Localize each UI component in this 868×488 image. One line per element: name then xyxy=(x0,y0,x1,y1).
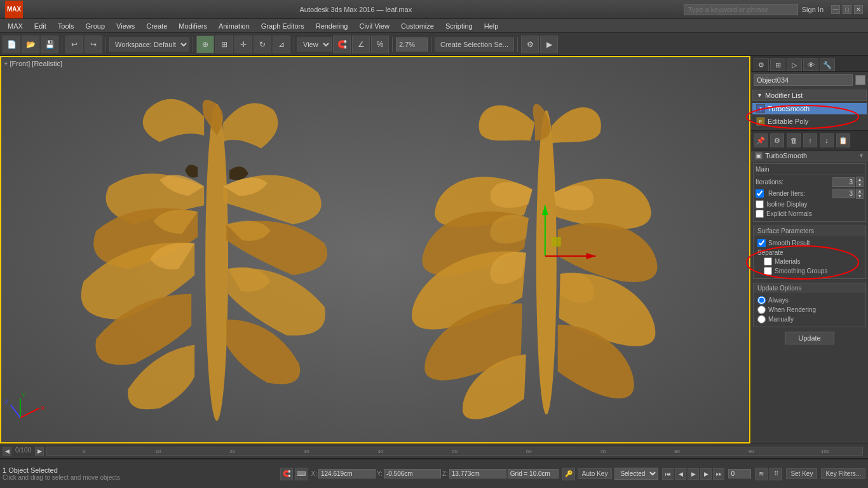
viewport[interactable]: + [Front] [Realistic] FRONT xyxy=(0,56,750,444)
remove-modifier-btn[interactable]: 🗑 xyxy=(787,133,801,147)
render-iters-down[interactable]: ▼ xyxy=(856,194,864,199)
render-btn[interactable]: ▶ xyxy=(540,36,558,53)
render-iters-spinner[interactable]: ▲ ▼ xyxy=(856,189,864,199)
menu-create[interactable]: Create xyxy=(141,21,172,31)
object-name-input[interactable] xyxy=(754,74,853,86)
tab-motion[interactable]: ▷ xyxy=(787,58,802,71)
menu-civil-view[interactable]: Civil View xyxy=(354,21,394,31)
mini-dope-btn[interactable]: ⠿ xyxy=(770,468,782,480)
percent-snap[interactable]: % xyxy=(371,36,389,53)
pin-modifier-btn[interactable]: 📌 xyxy=(754,133,768,147)
when-rendering-label: When Rendering xyxy=(768,306,816,313)
select-move-btn[interactable]: ✛ xyxy=(234,36,252,53)
menu-rendering[interactable]: Rendering xyxy=(311,21,353,31)
y-coord-input[interactable] xyxy=(384,469,441,478)
smooth-result-checkbox[interactable] xyxy=(757,239,766,247)
object-color-swatch[interactable] xyxy=(855,75,865,85)
key-filters-button[interactable]: Key Filters... xyxy=(821,468,865,479)
menu-edit[interactable]: Edit xyxy=(29,21,51,31)
keyboard-status-btn[interactable]: ⌨ xyxy=(295,468,308,480)
zoom-input[interactable] xyxy=(396,37,428,51)
set-key-button[interactable]: Set Key xyxy=(786,468,817,479)
explicit-normals-checkbox[interactable] xyxy=(756,210,764,218)
down-modifier-btn[interactable]: ↓ xyxy=(820,133,834,147)
grid-input[interactable] xyxy=(508,469,559,478)
when-rendering-radio[interactable] xyxy=(757,306,766,314)
selected-dropdown[interactable]: Selected xyxy=(614,468,658,480)
minimize-button[interactable]: — xyxy=(831,5,840,14)
maximize-button[interactable]: □ xyxy=(843,5,851,14)
modifier-list-header[interactable]: ▼ Modifier List xyxy=(752,90,867,101)
snap-toggle[interactable]: 🧲 xyxy=(333,36,351,53)
snap-status-btn[interactable]: 🧲 xyxy=(280,468,293,480)
select-region-btn[interactable]: ⊞ xyxy=(215,36,233,53)
view-dropdown[interactable]: View xyxy=(297,37,332,51)
menu-help[interactable]: Help xyxy=(479,21,504,31)
update-button[interactable]: Update xyxy=(785,332,834,344)
menu-tools[interactable]: Tools xyxy=(53,21,79,31)
isoline-checkbox[interactable] xyxy=(756,200,764,208)
undo-button[interactable]: ↩ xyxy=(65,36,83,53)
angle-snap[interactable]: ∠ xyxy=(352,36,370,53)
iterations-spinner[interactable]: ▲ ▼ xyxy=(856,177,864,187)
next-frame-btn[interactable]: ▶ xyxy=(700,468,712,480)
z-coord-input[interactable] xyxy=(449,469,506,478)
open-button[interactable]: 📂 xyxy=(22,36,39,53)
surface-params-body: Smooth Result Separate Materials Smoothi… xyxy=(754,236,865,278)
create-selection-button[interactable]: Create Selection Se... xyxy=(435,37,514,51)
menu-customize[interactable]: Customize xyxy=(396,21,439,31)
tab-hierarchy[interactable]: ⊞ xyxy=(770,58,785,71)
modifier-turbosmooth[interactable]: T TurboSmooth xyxy=(752,103,867,114)
modifier-editable-poly[interactable]: E Editable Poly xyxy=(752,116,867,127)
autokey-button[interactable]: Auto Key xyxy=(578,468,613,479)
materials-checkbox[interactable] xyxy=(764,257,772,266)
paste-btn[interactable]: 📋 xyxy=(836,133,850,147)
scale-btn[interactable]: ⊿ xyxy=(273,36,290,53)
new-button[interactable]: 📄 xyxy=(3,36,20,53)
svg-point-0 xyxy=(205,104,228,421)
smoothing-groups-checkbox[interactable] xyxy=(764,267,772,275)
x-coord-input[interactable] xyxy=(318,469,376,478)
render-iters-checkbox[interactable] xyxy=(756,189,764,198)
rotate-btn[interactable]: ↻ xyxy=(254,36,271,53)
menu-graph-editors[interactable]: Graph Editors xyxy=(256,21,309,31)
prev-frame-btn[interactable]: ◀ xyxy=(675,468,686,480)
tab-utilities[interactable]: 🔧 xyxy=(820,58,835,71)
menu-scripting[interactable]: Scripting xyxy=(440,21,478,31)
timeline-track[interactable]: 0 10 20 30 40 50 60 70 80 90 100 xyxy=(46,447,863,456)
workspace-dropdown[interactable]: Workspace: Default xyxy=(109,37,189,51)
redo-button[interactable]: ↪ xyxy=(85,36,102,53)
iterations-input[interactable] xyxy=(832,177,855,187)
tab-display[interactable]: 👁 xyxy=(803,58,818,71)
iterations-down[interactable]: ▼ xyxy=(856,182,864,187)
search-input[interactable] xyxy=(684,4,798,15)
render-iters-up[interactable]: ▲ xyxy=(856,189,864,194)
timeline-back-btn[interactable]: ◀ xyxy=(3,447,11,456)
always-radio[interactable] xyxy=(757,296,766,304)
menu-animation[interactable]: Animation xyxy=(214,21,255,31)
select-btn[interactable]: ⊕ xyxy=(196,36,214,53)
menu-modifiers[interactable]: Modifiers xyxy=(173,21,212,31)
save-button[interactable]: 💾 xyxy=(41,36,58,53)
sign-in-label[interactable]: Sign In xyxy=(802,6,824,13)
separator-1 xyxy=(62,37,62,52)
menu-group[interactable]: Group xyxy=(81,21,111,31)
tab-modify[interactable]: ⚙ xyxy=(754,58,769,71)
up-modifier-btn[interactable]: ↑ xyxy=(803,133,817,147)
play-btn[interactable]: ▶ xyxy=(688,468,699,480)
timeline-forward-btn[interactable]: ▶ xyxy=(35,447,44,456)
render-setup-btn[interactable]: ⚙ xyxy=(521,36,539,53)
render-iters-input[interactable] xyxy=(832,189,855,198)
skip-end-btn[interactable]: ⏭ xyxy=(713,468,724,480)
manually-radio[interactable] xyxy=(757,315,766,323)
close-button[interactable]: ✕ xyxy=(854,5,863,14)
skip-start-btn[interactable]: ⏮ xyxy=(662,468,674,480)
menu-max[interactable]: MAX xyxy=(3,21,28,31)
ts-expand-icon[interactable]: ▼ xyxy=(858,152,864,159)
frame-input[interactable] xyxy=(728,469,751,478)
menu-views[interactable]: Views xyxy=(111,21,140,31)
mini-curve-btn[interactable]: ≋ xyxy=(755,468,768,480)
configure-btn[interactable]: ⚙ xyxy=(770,133,784,147)
iterations-up[interactable]: ▲ xyxy=(856,177,864,182)
tl-100: 100 xyxy=(788,449,862,454)
